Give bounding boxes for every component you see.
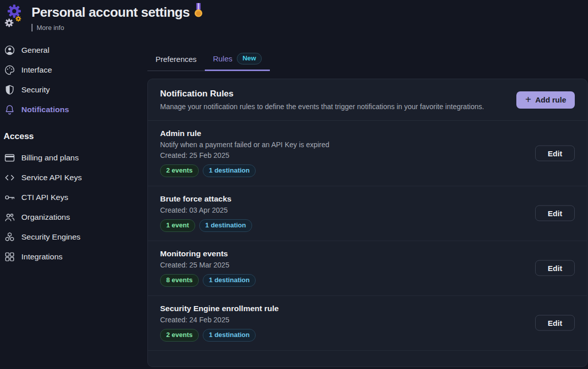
gears-logo-icon <box>3 3 25 29</box>
tab-label: Preferences <box>156 55 197 63</box>
credit-card-icon <box>4 152 16 164</box>
rules-list: Admin rule Notify when a payment failed … <box>148 121 587 351</box>
rule-badges: 8 events 1 destination <box>160 274 526 287</box>
tab[interactable]: Preferences <box>147 48 205 71</box>
edit-button[interactable]: Edit <box>535 206 575 221</box>
sidebar-item-label: Organizations <box>21 213 70 222</box>
rule-badges: 2 events 1 destination <box>160 329 526 342</box>
rule-badges: 1 event 1 destination <box>160 219 526 232</box>
page-title: Personal account settings <box>32 5 190 20</box>
rule-name: Brute force attacks <box>160 194 526 204</box>
main-content: Preferences Rules New Notification Rules… <box>147 48 588 367</box>
sidebar-item[interactable]: General <box>3 40 147 60</box>
tab[interactable]: Rules New <box>205 48 270 71</box>
code-icon <box>4 172 16 184</box>
rule-name: Security Engine enrollment rule <box>160 304 526 313</box>
rule-row: Brute force attacks Created: 03 Apr 2025… <box>148 186 587 241</box>
add-rule-button[interactable]: + Add rule <box>516 91 575 109</box>
sidebar: General Interface Security Notifications <box>0 40 147 266</box>
sidebar-item-label: Billing and plans <box>21 153 79 162</box>
bell-icon <box>4 104 16 116</box>
edit-button[interactable]: Edit <box>535 145 575 161</box>
events-badge: 1 event <box>160 219 195 232</box>
destination-badge: 1 destination <box>203 164 256 177</box>
edit-button[interactable]: Edit <box>535 315 575 331</box>
sidebar-item[interactable]: Notifications <box>3 99 147 119</box>
rule-badges: 2 events 1 destination <box>160 164 526 177</box>
tab-bar: Preferences Rules New <box>147 48 588 71</box>
card-subtitle: Manage your notification rules to define… <box>160 103 484 111</box>
sidebar-item-label: Integrations <box>21 252 63 261</box>
more-info-link[interactable]: More info <box>37 24 64 31</box>
tab-label: Rules <box>213 54 232 63</box>
rule-name: Monitoring events <box>160 249 526 258</box>
new-badge: New <box>237 53 262 64</box>
sidebar-item[interactable]: Service API Keys <box>3 167 147 187</box>
sidebar-item[interactable]: Integrations <box>3 247 147 266</box>
sidebar-item[interactable]: Billing and plans <box>3 148 147 167</box>
sidebar-item[interactable]: Security <box>3 80 147 99</box>
rule-row: Admin rule Notify when a payment failed … <box>148 121 587 186</box>
shield-icon <box>4 84 16 96</box>
card-header: Notification Rules Manage your notificat… <box>148 79 587 121</box>
rule-created-date: Created: 03 Apr 2025 <box>160 206 526 214</box>
access-section-heading: Access <box>4 131 147 142</box>
destination-badge: 1 destination <box>203 329 256 342</box>
grid-icon <box>4 251 16 263</box>
rule-description: Notify when a payment failed or an API K… <box>160 141 526 149</box>
sidebar-item[interactable]: Security Engines <box>3 227 147 247</box>
events-badge: 2 events <box>160 329 199 342</box>
sidebar-item-label: Interface <box>21 65 52 75</box>
palette-icon <box>4 64 16 76</box>
medal-icon <box>194 3 203 21</box>
rule-row: Monitoring events Created: 25 Mar 2025 8… <box>148 241 587 296</box>
page-header: Personal account settings More info <box>3 3 203 31</box>
sidebar-item-label: Security <box>21 85 50 94</box>
rule-name: Admin rule <box>160 129 526 138</box>
cubes-icon <box>4 231 16 243</box>
more-info-divider <box>32 24 33 31</box>
rule-created-date: Created: 24 Feb 2025 <box>160 316 526 324</box>
sidebar-item[interactable]: Interface <box>3 60 147 80</box>
sidebar-item-label: Notifications <box>21 105 69 114</box>
destination-badge: 1 destination <box>199 219 252 232</box>
sidebar-main-nav: General Interface Security Notifications <box>3 40 147 119</box>
sidebar-access-nav: Billing and plans Service API Keys CTI A… <box>3 148 147 266</box>
key-icon <box>4 191 16 204</box>
rule-created-date: Created: 25 Mar 2025 <box>160 261 526 269</box>
sidebar-item-label: General <box>21 46 49 55</box>
rule-row: Security Engine enrollment rule Created:… <box>148 296 587 351</box>
app-window: Personal account settings More info <box>0 0 588 369</box>
rule-created-date: Created: 25 Feb 2025 <box>160 151 526 159</box>
events-badge: 2 events <box>160 164 199 177</box>
sidebar-item-label: CTI API Keys <box>21 193 68 202</box>
plus-icon: + <box>525 94 531 105</box>
people-icon <box>4 211 16 223</box>
destination-badge: 1 destination <box>203 274 256 287</box>
events-badge: 8 events <box>160 274 199 287</box>
sidebar-item-label: Service API Keys <box>21 173 82 182</box>
edit-button[interactable]: Edit <box>535 260 575 276</box>
sidebar-item-label: Security Engines <box>21 232 80 242</box>
notification-rules-card: Notification Rules Manage your notificat… <box>147 79 587 367</box>
user-icon <box>4 44 16 56</box>
sidebar-item[interactable]: Organizations <box>3 207 147 227</box>
sidebar-item[interactable]: CTI API Keys <box>3 187 147 207</box>
card-title: Notification Rules <box>160 89 484 99</box>
